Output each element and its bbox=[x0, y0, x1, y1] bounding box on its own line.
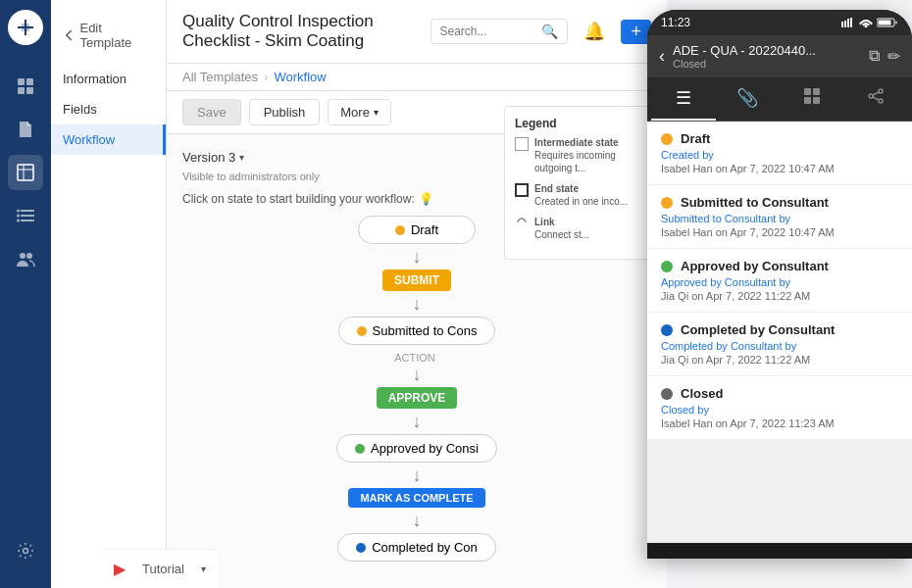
submitted-state-label: Submitted to Cons bbox=[373, 323, 478, 338]
phone-tabs: ☰ 📎 bbox=[647, 77, 912, 122]
phi-completed-action: Completed by Consultant by bbox=[661, 340, 898, 352]
phone-history-submitted: Submitted to Consultant Submitted to Con… bbox=[647, 185, 912, 249]
left-navigation bbox=[0, 0, 51, 588]
phi-submitted-dot bbox=[661, 197, 673, 209]
phone-time: 11:23 bbox=[661, 16, 690, 29]
svg-rect-23 bbox=[879, 21, 891, 25]
nav-icon-grid[interactable] bbox=[8, 69, 43, 104]
svg-point-11 bbox=[17, 210, 20, 213]
click-hint: Click on state to start building your wo… bbox=[182, 192, 433, 206]
draft-state-node[interactable]: Draft bbox=[358, 216, 476, 244]
approved-state-node[interactable]: Approved by Consi bbox=[336, 434, 497, 463]
phone-tab-share[interactable] bbox=[844, 77, 909, 121]
svg-rect-1 bbox=[18, 78, 25, 85]
legend-intermediate-label: Intermediate state bbox=[534, 136, 640, 149]
legend-panel: Legend Intermediate state Requires incom… bbox=[504, 106, 651, 260]
legend-item-end: End state Created in one inco... bbox=[515, 182, 640, 208]
phi-closed-user: Isabel Han on Apr 7, 2022 11:23 AM bbox=[661, 417, 898, 429]
app-logo[interactable] bbox=[8, 10, 43, 45]
phone-status-icons bbox=[841, 18, 898, 27]
phone-history-content: Draft Created by Isabel Han on Apr 7, 20… bbox=[647, 122, 912, 543]
phi-closed-state: Closed bbox=[661, 386, 898, 401]
main-content: Quality Control Inspection Checklist - S… bbox=[167, 0, 667, 588]
phone-header: ‹ ADE - QUA - 20220440... Closed ⧉ ✏ bbox=[647, 35, 912, 77]
publish-button[interactable]: Publish bbox=[249, 99, 321, 125]
search-bar[interactable]: 🔍 bbox=[431, 19, 568, 44]
svg-point-30 bbox=[869, 94, 873, 98]
breadcrumb-arrow-icon: › bbox=[264, 70, 268, 84]
breadcrumb: All Templates › Workflow bbox=[167, 64, 667, 91]
workflow-canvas: Draft ↓ SUBMIT ↓ Submitted to Cons ACTIO… bbox=[182, 216, 651, 562]
phi-draft-dot bbox=[661, 133, 673, 145]
phone-record-status: Closed bbox=[673, 58, 861, 70]
nav-icon-table[interactable] bbox=[8, 155, 43, 190]
legend-intermediate-icon bbox=[515, 137, 529, 151]
svg-rect-26 bbox=[813, 88, 820, 95]
phi-closed-action: Closed by bbox=[661, 404, 898, 416]
approve-action-box[interactable]: APPROVE bbox=[377, 387, 458, 409]
tutorial-label: Tutorial bbox=[142, 562, 184, 576]
phi-approved-dot bbox=[661, 261, 673, 272]
legend-link-label: Link bbox=[534, 216, 589, 228]
breadcrumb-all-templates[interactable]: All Templates bbox=[182, 70, 258, 84]
more-dropdown-arrow-icon: ▾ bbox=[374, 107, 379, 118]
completed-state-node[interactable]: Completed by Con bbox=[337, 533, 496, 562]
svg-point-21 bbox=[865, 25, 868, 28]
arrow-4: ↓ bbox=[182, 413, 651, 430]
phi-submitted-user: Isabel Han on Apr 7, 2022 10:47 AM bbox=[661, 226, 898, 238]
nav-icon-users[interactable] bbox=[8, 241, 43, 276]
submitted-state-dot bbox=[357, 326, 367, 336]
phi-draft-user: Isabel Han on Apr 7, 2022 10:47 AM bbox=[661, 163, 898, 174]
submitted-node-row: Submitted to Cons bbox=[182, 317, 651, 345]
svg-rect-3 bbox=[18, 87, 25, 94]
nav-settings-icon[interactable] bbox=[8, 533, 43, 568]
phone-back-button[interactable]: ‹ bbox=[659, 46, 665, 67]
svg-rect-20 bbox=[850, 18, 852, 27]
completed-node-row: Completed by Con bbox=[182, 533, 651, 562]
page-title: Quality Control Inspection Checklist - S… bbox=[182, 12, 415, 51]
nav-icon-file[interactable] bbox=[8, 112, 43, 147]
phi-completed-user: Jia Qi on Apr 7, 2022 11:22 AM bbox=[661, 354, 898, 366]
complete-action-box[interactable]: MARK AS COMPLETE bbox=[348, 488, 484, 508]
sidebar-item-information[interactable]: Information bbox=[51, 64, 166, 94]
more-button[interactable]: More ▾ bbox=[328, 99, 391, 125]
svg-point-15 bbox=[26, 253, 32, 259]
phone-copy-icon[interactable]: ⧉ bbox=[869, 47, 880, 66]
arrow-2: ↓ bbox=[182, 295, 651, 313]
submitted-state-node[interactable]: Submitted to Cons bbox=[338, 317, 496, 345]
legend-item-intermediate: Intermediate state Requires incoming out… bbox=[515, 136, 640, 174]
hint-lightbulb-icon: 💡 bbox=[419, 192, 433, 206]
phone-tab-grid[interactable] bbox=[780, 77, 844, 121]
complete-action-row: MARK AS COMPLETE bbox=[182, 488, 651, 508]
phone-record-title: ADE - QUA - 20220440... bbox=[673, 43, 861, 58]
legend-item-link: Link Connect st... bbox=[515, 216, 640, 241]
version-selector[interactable]: Version 3 ▾ bbox=[182, 150, 244, 165]
phi-completed-label: Completed by Consultant bbox=[681, 322, 835, 337]
tutorial-section[interactable]: ▶ Tutorial ▾ bbox=[102, 549, 218, 588]
tutorial-chevron-icon: ▾ bbox=[201, 564, 206, 574]
sidebar-item-workflow[interactable]: Workflow bbox=[51, 124, 166, 155]
svg-rect-5 bbox=[18, 165, 33, 180]
svg-line-33 bbox=[873, 97, 879, 100]
phi-approved-action: Approved by Consultant by bbox=[661, 276, 898, 288]
notification-bell-icon[interactable]: 🔔 bbox=[583, 21, 605, 42]
legend-intermediate-sub: Requires incoming outgoing t... bbox=[534, 149, 640, 174]
sidebar-item-fields[interactable]: Fields bbox=[51, 94, 166, 124]
sidebar-back-button[interactable]: Edit Template bbox=[51, 15, 166, 56]
phone-history-completed: Completed by Consultant Completed by Con… bbox=[647, 313, 912, 376]
version-dropdown-icon: ▾ bbox=[239, 152, 244, 163]
version-text: Version 3 bbox=[182, 150, 235, 165]
submit-action-box[interactable]: SUBMIT bbox=[382, 270, 451, 291]
nav-icon-list[interactable] bbox=[8, 198, 43, 233]
phone-tab-menu[interactable]: ☰ bbox=[651, 77, 716, 121]
save-button[interactable]: Save bbox=[182, 99, 241, 125]
completed-state-dot bbox=[356, 543, 366, 553]
phi-completed-dot bbox=[661, 324, 673, 336]
legend-link-icon bbox=[515, 216, 529, 229]
arrow-6: ↓ bbox=[182, 512, 651, 529]
phone-edit-icon[interactable]: ✏ bbox=[887, 47, 900, 66]
phone-tab-attachment[interactable]: 📎 bbox=[716, 77, 781, 121]
search-input[interactable] bbox=[439, 24, 537, 38]
breadcrumb-current: Workflow bbox=[274, 70, 326, 84]
legend-end-label: End state bbox=[534, 182, 628, 195]
